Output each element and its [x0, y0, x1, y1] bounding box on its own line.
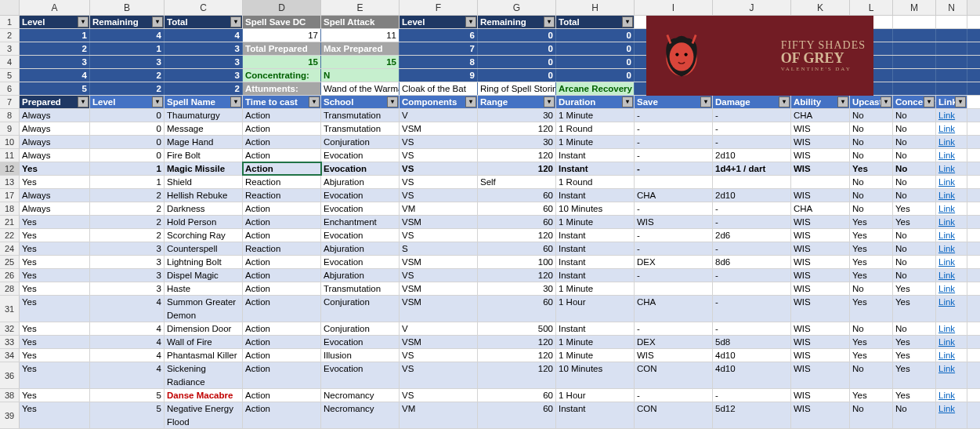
cell-range[interactable]: 500 [478, 322, 556, 335]
cell-spell-name[interactable]: Dispel Magic [165, 269, 243, 282]
row-header[interactable]: 26 [0, 269, 20, 282]
cell-save[interactable]: CON [635, 402, 713, 428]
cell-prepared[interactable]: Always [20, 202, 90, 215]
cell-duration[interactable]: 1 Minute [556, 336, 635, 348]
filter-icon[interactable]: ▾ [622, 96, 633, 107]
cell-level[interactable]: 3 [90, 256, 165, 268]
cell-save[interactable]: WIS [635, 216, 713, 228]
cell-range[interactable]: 30 [478, 282, 556, 295]
cell-damage[interactable]: 5d8 [713, 336, 791, 348]
cell-level[interactable]: 2 [90, 229, 165, 242]
cell-concentration[interactable]: No [893, 402, 936, 428]
th-link[interactable]: Link▾ [936, 96, 967, 108]
th-duration[interactable]: Duration▾ [556, 96, 635, 108]
cell-link[interactable]: Link [936, 216, 967, 228]
cell-ability[interactable]: WIS [791, 282, 850, 295]
cell-concentration[interactable]: Yes [893, 216, 936, 228]
spell-link[interactable]: Link [938, 324, 955, 333]
cell-concentration[interactable]: No [893, 136, 936, 148]
th-level[interactable]: Level▾ [90, 96, 165, 108]
cell-school[interactable]: Necromancy [321, 402, 400, 428]
th-concentration[interactable]: Concentration▾ [893, 96, 936, 108]
cell-components[interactable]: VM [400, 402, 478, 428]
row-header[interactable]: 11 [0, 149, 20, 162]
col-header-D[interactable]: D [243, 0, 321, 15]
cell-components[interactable]: VS [400, 176, 478, 188]
cell-level[interactable]: 2 [90, 202, 165, 215]
cell-spell-name[interactable]: Haste [165, 282, 243, 295]
cell-spell-name[interactable]: Thaumaturgy [165, 109, 243, 122]
spell-link[interactable]: Link [938, 271, 955, 280]
cell-save[interactable]: - [635, 109, 713, 122]
cell-link[interactable]: Link [936, 242, 967, 255]
cell-link[interactable]: Link [936, 282, 967, 295]
cell-prepared[interactable]: Yes [20, 296, 90, 322]
spell-link[interactable]: Link [938, 164, 955, 173]
cell-school[interactable]: Evocation [321, 256, 400, 268]
cell-prepared[interactable]: Yes [20, 176, 90, 188]
cell-prepared[interactable]: Always [20, 136, 90, 148]
filter-icon[interactable]: ▾ [309, 96, 320, 107]
row-header[interactable]: 3 [0, 42, 20, 55]
cell-duration[interactable]: Instant [556, 229, 635, 242]
cell-damage[interactable]: 5d12 [713, 402, 791, 428]
cell-concentration[interactable]: No [893, 149, 936, 162]
filter-icon[interactable]: ▾ [78, 96, 89, 107]
cell-concentration[interactable]: No [893, 176, 936, 188]
cell-spell-name[interactable]: Dimension Door [165, 322, 243, 335]
cell-level[interactable]: 4 [90, 296, 165, 322]
cell-prepared[interactable]: Yes [20, 349, 90, 362]
cell-spell-name[interactable]: Darkness [165, 202, 243, 215]
cell-ability[interactable]: WIS [791, 296, 850, 322]
cell-spell-name[interactable]: Counterspell [165, 242, 243, 255]
row-header[interactable]: 22 [0, 229, 20, 242]
cell-duration[interactable]: 1 Minute [556, 282, 635, 295]
cell-link[interactable]: Link [936, 122, 967, 135]
cell-spell-name[interactable]: Negative EnergyFlood [165, 402, 243, 428]
row-header[interactable]: 6 [0, 82, 20, 95]
cell-spell-name[interactable]: Shield [165, 176, 243, 188]
cell-save[interactable]: CHA [635, 189, 713, 202]
cell-upcast[interactable]: Yes [850, 269, 893, 282]
row-header[interactable]: 9 [0, 122, 20, 135]
cell-concentration[interactable]: No [893, 242, 936, 255]
cell-duration[interactable]: 1 Minute [556, 349, 635, 362]
cell-concentration[interactable]: Yes [893, 389, 936, 402]
row-header[interactable]: 38 [0, 389, 20, 402]
cell-school[interactable]: Evocation [321, 189, 400, 202]
total-prepared-value[interactable]: 15 [243, 56, 321, 68]
cell-time-to-cast[interactable]: Action [243, 202, 321, 215]
cell-ability[interactable]: WIS [791, 389, 850, 402]
row-header[interactable]: 21 [0, 216, 20, 228]
row-header[interactable]: 24 [0, 242, 20, 255]
cell-prepared[interactable]: Yes [20, 256, 90, 268]
cell-time-to-cast[interactable]: Action [243, 149, 321, 162]
cell-components[interactable]: VS [400, 136, 478, 148]
max-prepared-label[interactable]: Max Prepared [321, 42, 400, 55]
cell-school[interactable]: Transmutation [321, 282, 400, 295]
cell-duration[interactable]: Instant [556, 162, 635, 175]
cell-components[interactable]: VSM [400, 216, 478, 228]
cell-range[interactable]: Self [478, 176, 556, 188]
cell-prepared[interactable]: Yes [20, 216, 90, 228]
cell-range[interactable]: 60 [478, 296, 556, 322]
cell-components[interactable]: VS [400, 362, 478, 388]
cell-save[interactable] [635, 282, 713, 295]
row-header[interactable]: 28 [0, 282, 20, 295]
cell-components[interactable]: VM [400, 202, 478, 215]
cell-range[interactable]: 60 [478, 402, 556, 428]
col-header-G[interactable]: G [478, 0, 556, 15]
col-header-L[interactable]: L [850, 0, 893, 15]
cell-ability[interactable]: WIS [791, 136, 850, 148]
cell-upcast[interactable]: No [850, 322, 893, 335]
cell-damage[interactable]: 2d10 [713, 149, 791, 162]
cell-link[interactable]: Link [936, 349, 967, 362]
filter-icon[interactable]: ▾ [955, 96, 966, 107]
cell-link[interactable]: Link [936, 136, 967, 148]
cell-range[interactable]: 60 [478, 216, 556, 228]
cell-upcast[interactable]: Yes [850, 162, 893, 175]
spell-link[interactable]: Link [938, 297, 955, 307]
cell-level[interactable]: 4 [90, 322, 165, 335]
cell-school[interactable]: Evocation [321, 162, 400, 175]
cell-school[interactable]: Evocation [321, 362, 400, 388]
